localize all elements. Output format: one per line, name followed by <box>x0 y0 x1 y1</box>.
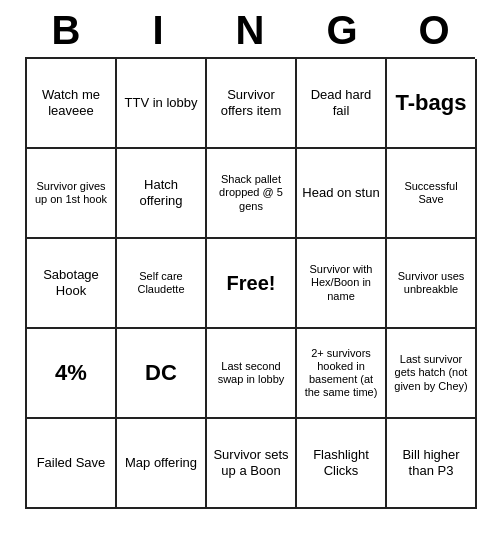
bingo-cell: Head on stun <box>297 149 387 239</box>
bingo-cell: Map offering <box>117 419 207 509</box>
bingo-cell: DC <box>117 329 207 419</box>
bingo-cell: Shack pallet dropped @ 5 gens <box>207 149 297 239</box>
bingo-cell: T-bags <box>387 59 477 149</box>
bingo-cell: Survivor uses unbreakble <box>387 239 477 329</box>
bingo-cell: Flashlight Clicks <box>297 419 387 509</box>
bingo-cell: TTV in lobby <box>117 59 207 149</box>
bingo-cell: 2+ survivors hooked in basement (at the … <box>297 329 387 419</box>
bingo-cell: Successful Save <box>387 149 477 239</box>
bingo-cell: Survivor gives up on 1st hook <box>27 149 117 239</box>
bingo-cell: Survivor sets up a Boon <box>207 419 297 509</box>
bingo-grid: Watch me leaveeeTTV in lobbySurvivor off… <box>25 57 475 509</box>
bingo-letter: I <box>117 8 199 53</box>
bingo-letter: N <box>209 8 291 53</box>
bingo-cell: Dead hard fail <box>297 59 387 149</box>
bingo-cell: 4% <box>27 329 117 419</box>
bingo-letter: G <box>301 8 383 53</box>
bingo-cell: Bill higher than P3 <box>387 419 477 509</box>
bingo-cell: Survivor offers item <box>207 59 297 149</box>
bingo-cell: Failed Save <box>27 419 117 509</box>
bingo-title: BINGO <box>20 0 480 57</box>
bingo-cell: Hatch offering <box>117 149 207 239</box>
bingo-cell: Watch me leaveee <box>27 59 117 149</box>
bingo-cell: Last second swap in lobby <box>207 329 297 419</box>
bingo-letter: O <box>393 8 475 53</box>
bingo-cell: Sabotage Hook <box>27 239 117 329</box>
bingo-cell: Last survivor gets hatch (not given by C… <box>387 329 477 419</box>
bingo-cell: Free! <box>207 239 297 329</box>
bingo-letter: B <box>25 8 107 53</box>
bingo-cell: Self care Claudette <box>117 239 207 329</box>
bingo-cell: Survivor with Hex/Boon in name <box>297 239 387 329</box>
